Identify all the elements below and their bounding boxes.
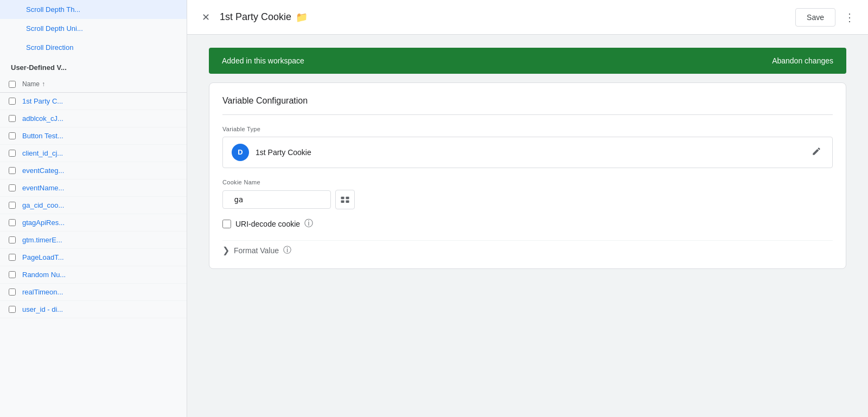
format-value-label: Format Value — [234, 246, 279, 255]
list-item: user_id - di... — [0, 301, 187, 318]
row-checkbox[interactable] — [9, 167, 16, 174]
row-checkbox[interactable] — [9, 288, 16, 296]
list-item: PageLoadT... — [0, 249, 187, 266]
close-button[interactable]: ✕ — [196, 8, 215, 27]
chevron-right-icon: ❯ — [222, 245, 229, 255]
workspace-banner: Added in this workspace Abandon changes — [209, 48, 846, 74]
modal-title-text: 1st Party Cookie — [220, 11, 291, 23]
sidebar-top-items: Scroll Depth Th... Scroll Depth Uni... S… — [0, 0, 187, 57]
sidebar-item-scroll-depth-th[interactable]: Scroll Depth Th... — [0, 0, 187, 19]
save-button[interactable]: Save — [795, 8, 835, 27]
row-name-link[interactable]: Random Nu... — [22, 271, 66, 279]
banner-text: Added in this workspace — [222, 56, 304, 65]
row-checkbox[interactable] — [9, 236, 16, 243]
row-checkbox[interactable] — [9, 150, 16, 157]
sidebar-item-scroll-direction[interactable]: Scroll Direction — [0, 38, 187, 57]
format-value-help-icon[interactable]: ⓘ — [283, 245, 291, 255]
variable-type-name: 1st Party Cookie — [256, 148, 803, 157]
row-checkbox[interactable] — [9, 219, 16, 226]
uri-decode-help-icon[interactable]: ⓘ — [304, 218, 313, 229]
cookie-name-input[interactable] — [222, 190, 331, 209]
list-item: ga_cid_coo... — [0, 197, 187, 214]
svg-rect-4 — [346, 201, 349, 203]
row-checkbox[interactable] — [9, 202, 16, 209]
edit-variable-type-button[interactable] — [809, 144, 824, 161]
modal-actions: Save ⋮ — [795, 8, 859, 27]
svg-rect-1 — [341, 197, 344, 200]
list-item: Button Test... — [0, 127, 187, 145]
list-item: eventName... — [0, 179, 187, 197]
row-checkbox[interactable] — [9, 306, 16, 313]
row-name-link[interactable]: 1st Party C... — [22, 97, 63, 105]
more-options-button[interactable]: ⋮ — [840, 8, 859, 27]
svg-text:D: D — [238, 148, 242, 156]
uri-decode-label[interactable]: URI-decode cookie — [235, 220, 300, 228]
list-item: Random Nu... — [0, 266, 187, 284]
row-checkbox[interactable] — [9, 132, 16, 139]
cookie-name-section: Cookie Name — [222, 179, 833, 209]
row-name-link[interactable]: PageLoadT... — [22, 253, 64, 261]
svg-rect-3 — [341, 201, 344, 203]
variable-picker-button[interactable] — [335, 190, 355, 209]
name-column-header: Name ↑ — [22, 80, 45, 88]
main-content: ✕ 1st Party Cookie 📁 Save ⋮ Added in thi… — [187, 0, 868, 417]
uri-decode-checkbox[interactable] — [222, 220, 231, 228]
folder-icon[interactable]: 📁 — [296, 11, 308, 23]
modal-body: Added in this workspace Abandon changes … — [187, 35, 868, 417]
modal-title: 1st Party Cookie 📁 — [220, 11, 795, 23]
row-checkbox[interactable] — [9, 271, 16, 278]
variable-type-selector[interactable]: D 1st Party Cookie — [222, 137, 833, 168]
list-item: eventCateg... — [0, 162, 187, 179]
svg-rect-2 — [346, 197, 349, 200]
list-item: adblcok_cJ... — [0, 110, 187, 127]
sidebar-item-scroll-depth-uni[interactable]: Scroll Depth Uni... — [0, 19, 187, 38]
cookie-name-input-row — [222, 190, 833, 209]
abandon-changes-button[interactable]: Abandon changes — [772, 56, 833, 65]
cookie-name-label: Cookie Name — [222, 179, 833, 185]
row-checkbox[interactable] — [9, 254, 16, 261]
row-name-link[interactable]: adblcok_cJ... — [22, 114, 63, 123]
row-checkbox[interactable] — [9, 115, 16, 122]
sidebar-table-header: Name ↑ — [0, 76, 187, 93]
uri-decode-row: URI-decode cookie ⓘ — [222, 218, 833, 229]
list-item: gtagApiRes... — [0, 214, 187, 232]
modal-panel: ✕ 1st Party Cookie 📁 Save ⋮ Added in thi… — [187, 0, 868, 417]
row-name-link[interactable]: gtm.timerE... — [22, 236, 62, 244]
row-name-link[interactable]: ga_cid_coo... — [22, 201, 64, 209]
sidebar-section-header: User-Defined V... — [0, 57, 187, 76]
list-item: 1st Party C... — [0, 93, 187, 110]
sidebar: Scroll Depth Th... Scroll Depth Uni... S… — [0, 0, 187, 417]
list-item: realTimeon... — [0, 284, 187, 301]
variable-config-card: Variable Configuration Variable Type D 1… — [209, 82, 846, 269]
row-name-link[interactable]: user_id - di... — [22, 305, 63, 313]
row-name-link[interactable]: eventCateg... — [22, 166, 64, 175]
list-item: gtm.timerE... — [0, 232, 187, 249]
card-title: Variable Configuration — [222, 96, 833, 115]
row-name-link[interactable]: client_id_cj... — [22, 149, 63, 157]
row-name-link[interactable]: realTimeon... — [22, 288, 63, 296]
row-checkbox[interactable] — [9, 98, 16, 105]
row-name-link[interactable]: eventName... — [22, 184, 64, 192]
variable-type-icon: D — [232, 144, 249, 161]
list-item: client_id_cj... — [0, 145, 187, 162]
row-name-link[interactable]: Button Test... — [22, 132, 63, 140]
row-checkbox[interactable] — [9, 184, 16, 191]
row-name-link[interactable]: gtagApiRes... — [22, 219, 65, 227]
modal-header: ✕ 1st Party Cookie 📁 Save ⋮ — [187, 0, 868, 35]
format-value-row[interactable]: ❯ Format Value ⓘ — [222, 240, 833, 255]
variable-type-label: Variable Type — [222, 126, 833, 132]
select-all-checkbox[interactable] — [9, 81, 16, 88]
